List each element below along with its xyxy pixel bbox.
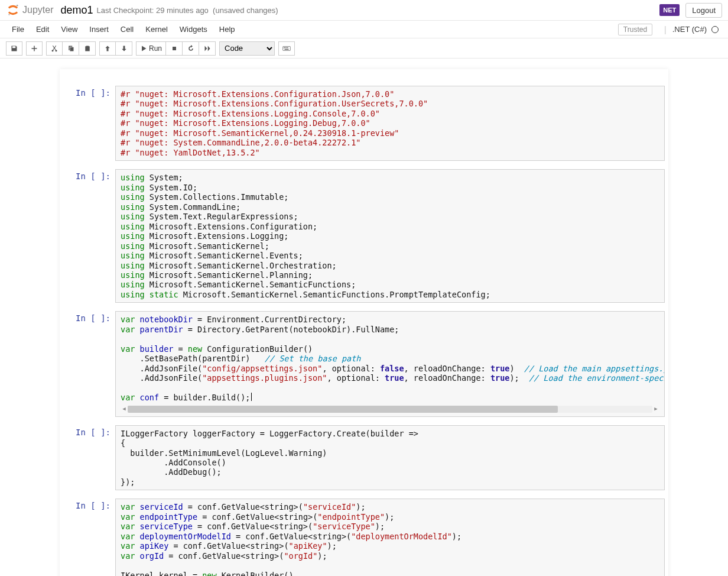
run-button[interactable]: Run xyxy=(136,41,166,56)
kernel-status-icon xyxy=(711,26,719,33)
svg-point-2 xyxy=(8,14,9,15)
text-cursor xyxy=(251,393,252,401)
menu-widgets[interactable]: Widgets xyxy=(174,22,213,36)
command-palette-button[interactable] xyxy=(278,41,295,56)
jupyter-wordmark: Jupyter xyxy=(22,5,53,15)
menu-insert[interactable]: Insert xyxy=(83,22,115,36)
kernel-name[interactable]: .NET (C#) xyxy=(672,25,707,34)
horizontal-scrollbar[interactable]: ◀▶ xyxy=(121,405,659,413)
code-input[interactable]: var serviceId = conf.GetValue<string>("s… xyxy=(115,499,665,576)
menu-file[interactable]: File xyxy=(6,22,30,36)
input-prompt: In [ ]: xyxy=(63,425,115,491)
input-prompt: In [ ]: xyxy=(63,169,115,303)
menu-help[interactable]: Help xyxy=(213,22,241,36)
menubar: File Edit View Insert Cell Kernel Widget… xyxy=(0,21,728,38)
svg-point-3 xyxy=(52,50,54,51)
code-cell[interactable]: In [ ]: #r "nuget: Microsoft.Extensions.… xyxy=(63,83,665,163)
scroll-right-icon[interactable]: ▶ xyxy=(652,406,659,412)
code-input[interactable]: var notebookDir = Environment.CurrentDir… xyxy=(115,311,665,416)
code-cell[interactable]: In [ ]: ILoggerFactory loggerFactory = L… xyxy=(63,423,665,493)
toolbar: Run Code xyxy=(0,38,728,59)
menu-view[interactable]: View xyxy=(55,22,83,36)
svg-rect-7 xyxy=(284,47,285,47)
code-cell[interactable]: In [ ]: var serviceId = conf.GetValue<st… xyxy=(63,496,665,576)
svg-rect-10 xyxy=(285,48,289,49)
move-up-button[interactable] xyxy=(99,41,116,56)
code-cell[interactable]: In [ ]: var notebookDir = Environment.Cu… xyxy=(63,309,665,419)
input-prompt: In [ ]: xyxy=(63,499,115,576)
scrollbar-thumb[interactable] xyxy=(128,406,558,413)
svg-point-4 xyxy=(56,50,57,51)
header-bar: Jupyter demo1 Last Checkpoint: 29 minute… xyxy=(0,0,728,21)
notebook-name[interactable]: demo1 xyxy=(60,4,93,17)
svg-point-1 xyxy=(17,5,18,7)
insert-cell-button[interactable] xyxy=(26,41,43,56)
logout-button[interactable]: Logout xyxy=(685,3,722,18)
move-down-button[interactable] xyxy=(116,41,132,56)
menu-edit[interactable]: Edit xyxy=(30,22,55,36)
menu-cell[interactable]: Cell xyxy=(115,22,139,36)
paste-button[interactable] xyxy=(79,41,96,56)
save-button[interactable] xyxy=(6,41,22,56)
jupyter-logo[interactable]: Jupyter xyxy=(6,3,53,17)
svg-rect-8 xyxy=(285,47,287,47)
svg-rect-5 xyxy=(173,47,176,50)
checkpoint-status: Last Checkpoint: 29 minutes ago (unsaved… xyxy=(97,6,278,15)
kernel-badge: NET xyxy=(659,4,680,16)
restart-button[interactable] xyxy=(183,41,199,56)
input-prompt: In [ ]: xyxy=(63,311,115,416)
restart-run-all-button[interactable] xyxy=(199,41,216,56)
scroll-left-icon[interactable]: ◀ xyxy=(121,406,128,412)
cut-button[interactable] xyxy=(46,41,63,56)
code-input[interactable]: #r "nuget: Microsoft.Extensions.Configur… xyxy=(115,86,665,161)
code-input[interactable]: ILoggerFactory loggerFactory = LoggerFac… xyxy=(115,425,665,491)
interrupt-button[interactable] xyxy=(166,41,183,56)
trusted-indicator[interactable]: Trusted xyxy=(618,24,652,35)
code-input[interactable]: using System; using System.IO; using Sys… xyxy=(115,169,665,303)
notebook-container: In [ ]: #r "nuget: Microsoft.Extensions.… xyxy=(60,69,668,576)
code-cell[interactable]: In [ ]: using System; using System.IO; u… xyxy=(63,167,665,305)
menu-kernel[interactable]: Kernel xyxy=(139,22,174,36)
jupyter-icon xyxy=(6,3,20,17)
input-prompt: In [ ]: xyxy=(63,86,115,161)
svg-rect-6 xyxy=(283,46,291,50)
svg-rect-9 xyxy=(287,47,288,47)
cell-type-select[interactable]: Code xyxy=(219,41,275,56)
copy-button[interactable] xyxy=(63,41,79,56)
